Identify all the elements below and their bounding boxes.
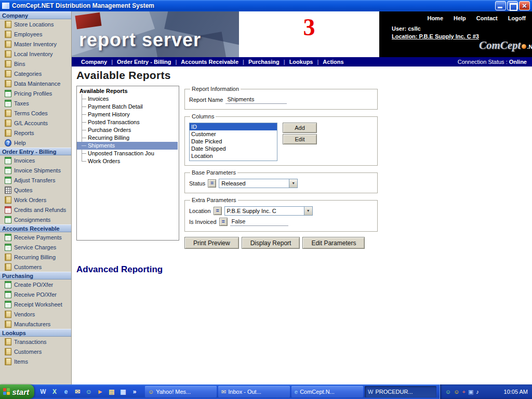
sidebar-item-vendors[interactable]: Vendors: [0, 309, 71, 319]
sidebar-item-categories[interactable]: Categories: [0, 69, 71, 78]
sidebar-item-work-orders[interactable]: Work Orders: [0, 195, 71, 205]
tree-item-payment-history[interactable]: Payment History: [82, 111, 179, 118]
messenger-tray-icon[interactable]: ☺: [445, 389, 451, 395]
is-invoiced-input[interactable]: [230, 218, 288, 226]
sidebar-item-recurring-billing[interactable]: Recurring Billing: [0, 252, 71, 262]
sidebar-item-master-inventory[interactable]: Master Inventory: [0, 39, 71, 49]
dropdown-arrow-icon[interactable]: [289, 179, 297, 188]
edit-parameters-button[interactable]: Edit Parameters: [302, 237, 365, 249]
media-player-icon[interactable]: ►: [96, 388, 104, 396]
location-link[interactable]: Location: P.B.E Supply Inc. C #3: [392, 33, 479, 41]
tree-item-shipments[interactable]: Shipments: [77, 142, 178, 150]
tree-item-purchase-orders[interactable]: Purchase Orders: [82, 126, 179, 134]
task-window-procedur[interactable]: WPROCEDUR...: [365, 386, 436, 397]
sidebar-item-g-l-accounts[interactable]: G/L Accounts: [0, 118, 71, 128]
maximize-button[interactable]: [507, 1, 518, 10]
sidebar-item-terms-codes[interactable]: Terms Codes: [0, 108, 71, 118]
nav-item-order-entry-billing[interactable]: Order Entry - Billing: [113, 59, 176, 65]
nav-item-accounts-receivable[interactable]: Accounts Receivable: [177, 59, 243, 65]
header-link-home[interactable]: Home: [427, 15, 443, 21]
sidebar-item-adjust-transfers[interactable]: Adjust Transfers: [0, 175, 71, 185]
tree-item-work-orders[interactable]: Work Orders: [82, 157, 179, 165]
advanced-reporting-link[interactable]: Advanced Reporting: [76, 264, 163, 275]
display-report-button[interactable]: Display Report: [242, 237, 300, 249]
sidebar-item-local-inventory[interactable]: Local Inventory: [0, 49, 71, 59]
sidebar-item-taxes[interactable]: Taxes: [0, 98, 71, 108]
task-window-yahoo-mes[interactable]: ☺Yahoo! Mes...: [145, 386, 217, 397]
taskbar-clock[interactable]: 10:05 AM: [504, 389, 528, 395]
close-button[interactable]: [519, 1, 530, 10]
sidebar-item-pricing-profiles[interactable]: Pricing Profiles: [0, 88, 71, 98]
tree-item-unposted-transaction-jou[interactable]: Unposted Transaction Jou: [82, 150, 179, 157]
task-window-comcept-n[interactable]: eComCept.N...: [291, 386, 363, 397]
location-dropdown[interactable]: P.B.E Supply Inc. C: [224, 206, 313, 216]
nav-item-actions[interactable]: Actions: [318, 59, 348, 65]
outlook-icon[interactable]: ✉: [73, 388, 82, 396]
location-dropdown-value: P.B.E Supply Inc. C: [225, 208, 304, 214]
sidebar-item-invoice-shipments[interactable]: Invoice Shipments: [0, 165, 71, 175]
nav-item-purchasing[interactable]: Purchasing: [244, 59, 284, 65]
is-invoiced-operator-button[interactable]: =: [219, 218, 228, 226]
smiley-tray-icon[interactable]: ☺: [454, 389, 459, 395]
header-link-logoff[interactable]: Logoff: [508, 15, 526, 21]
volume-tray-icon[interactable]: ♪: [476, 389, 479, 395]
folder-icon[interactable]: ▤: [108, 388, 116, 396]
sidebar-item-customers[interactable]: Customers: [0, 347, 71, 356]
sidebar-item-receive-payments[interactable]: Receive Payments: [0, 232, 71, 242]
internet-explorer-icon[interactable]: e: [62, 388, 70, 396]
sidebar-item-receipt-worksheet[interactable]: Receipt Worksheet: [0, 299, 71, 309]
messenger-icon[interactable]: ☺: [85, 388, 93, 396]
location-operator-button[interactable]: =: [214, 207, 222, 215]
sidebar-item-consignments[interactable]: Consignments: [0, 215, 71, 224]
sidebar-item-bins[interactable]: Bins: [0, 59, 71, 69]
sidebar-item-help[interactable]: Help: [0, 138, 71, 148]
column-option-customer[interactable]: Customer: [190, 130, 277, 138]
sidebar-item-transactions[interactable]: Transactions: [0, 337, 71, 347]
edit-button[interactable]: Edit: [283, 134, 317, 144]
book-icon: [5, 50, 11, 58]
antivirus-tray-icon[interactable]: +: [462, 389, 465, 395]
nav-item-lookups[interactable]: Lookups: [285, 59, 317, 65]
print-preview-button[interactable]: Print Preview: [184, 237, 239, 249]
column-option-location[interactable]: Location: [190, 152, 277, 159]
sidebar-item-credits-and-refunds[interactable]: Credits and Refunds: [0, 205, 71, 215]
header-link-help[interactable]: Help: [454, 15, 466, 21]
columns-listbox[interactable]: IDCustomerDate PickedDate ShippedLocatio…: [189, 123, 277, 161]
start-button[interactable]: start: [0, 384, 34, 399]
header-link-contact[interactable]: Contact: [476, 15, 498, 21]
sidebar-item-customers[interactable]: Customers: [0, 262, 71, 272]
column-option-date-shipped[interactable]: Date Shipped: [190, 145, 277, 152]
status-operator-button[interactable]: =: [208, 179, 216, 188]
nav-item-company[interactable]: Company: [77, 59, 111, 65]
sidebar-item-manufacturers[interactable]: Manufacturers: [0, 319, 71, 329]
tree-item-recurring-billing[interactable]: Recurring Billing: [82, 134, 179, 142]
dropdown-arrow-icon[interactable]: [304, 207, 312, 215]
sidebar-item-receive-po-xfer[interactable]: Receive PO/Xfer: [0, 289, 71, 299]
status-dropdown[interactable]: Released: [219, 179, 298, 188]
column-option-date-picked[interactable]: Date Picked: [190, 138, 277, 145]
sidebar-item-items[interactable]: Items: [0, 356, 71, 366]
minimize-button[interactable]: [495, 1, 506, 10]
sidebar-item-service-charges[interactable]: Service Charges: [0, 242, 71, 252]
sidebar-item-invoices[interactable]: Invoices: [0, 155, 71, 165]
network-tray-icon[interactable]: ▣: [468, 389, 473, 395]
sidebar-item-create-po-xfer[interactable]: Create PO/Xfer: [0, 280, 71, 289]
sidebar-item-quotes[interactable]: Quotes: [0, 185, 71, 195]
word-icon[interactable]: W: [39, 388, 47, 396]
sidebar-item-reports[interactable]: Reports: [0, 128, 71, 138]
sidebar-item-store-locations[interactable]: Store Locations: [0, 19, 71, 29]
sidebar-item-employees[interactable]: Employees: [0, 29, 71, 39]
tree-item-payment-batch-detail[interactable]: Payment Batch Detail: [82, 103, 179, 111]
column-option-id[interactable]: ID: [190, 123, 277, 130]
add-button[interactable]: Add: [283, 123, 317, 133]
sidebar-item-data-maintenance[interactable]: Data Maintenance: [0, 78, 71, 88]
sidebar-item-label: Invoice Shipments: [14, 167, 61, 174]
excel-icon[interactable]: X: [50, 388, 59, 396]
show-desktop-icon[interactable]: ▦: [119, 388, 127, 396]
task-window-inbox-out[interactable]: ✉Inbox - Out...: [218, 386, 290, 397]
tree-root-item[interactable]: Available Reports: [79, 87, 179, 95]
report-name-input[interactable]: [225, 96, 287, 104]
tree-item-invoices[interactable]: Invoices: [82, 95, 179, 103]
tree-item-posted-transactions[interactable]: Posted Transactions: [82, 118, 179, 126]
overflow-chevron-icon[interactable]: »: [130, 388, 139, 396]
